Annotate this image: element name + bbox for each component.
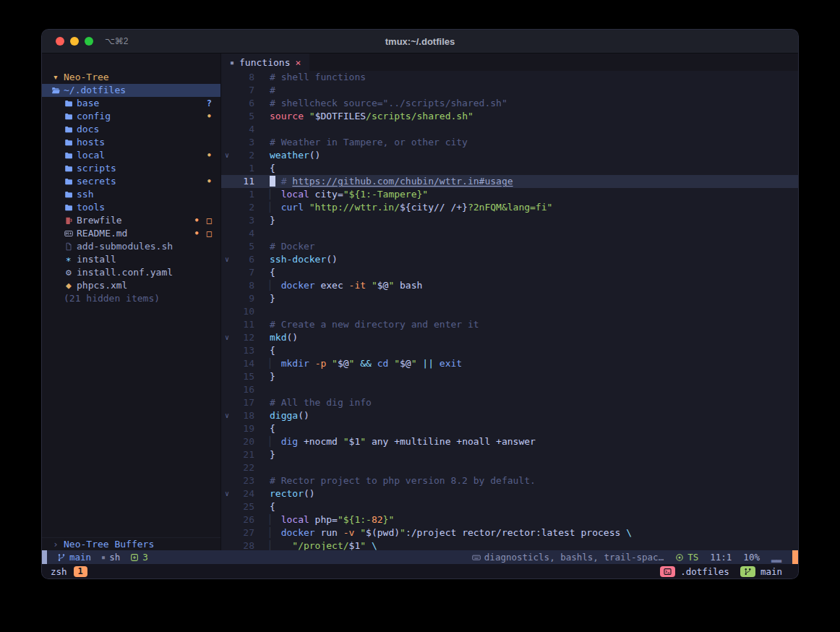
tree-item-local[interactable]: local• [42,149,220,162]
code-line[interactable]: 1▏ local city="${1:-Tampere}" [221,188,798,201]
code-line[interactable]: 26▏ local php="${1:-82}" [221,513,798,526]
tree-item-brewfile[interactable]: Brewfile•□ [42,214,220,227]
fold-column [221,526,233,539]
code-line[interactable]: 9} [221,292,798,305]
tree-item-label: secrets [77,175,116,188]
tree-item-readme-md[interactable]: README.md•□ [42,227,220,240]
fold-column [221,396,233,409]
fold-toggle-icon[interactable]: ∨ [221,409,233,422]
fold-column [221,279,233,292]
tree-item-21-hidden-items[interactable]: (21 hidden items) [42,292,220,305]
code-line[interactable]: 27▏ docker run -v "$(pwd)":/project rect… [221,526,798,539]
tree-item-dotfiles[interactable]: ~/.dotfiles [42,84,220,97]
tmux-git-branch: main [760,566,782,577]
fold-column [221,175,233,188]
tmux-window-badge[interactable]: 1 [74,566,87,577]
folder-icon [62,203,75,212]
tree-item-docs[interactable]: docs [42,123,220,136]
code-line[interactable]: 17# All the dig info [221,396,798,409]
code-line[interactable]: 7{ [221,266,798,279]
lsp-server-list: diagnosticls, bashls, trail-spac… [484,552,664,563]
code-token [275,358,281,369]
tree-item-install-conf-yaml[interactable]: ⚙install.conf.yaml [42,266,220,279]
code-line[interactable]: 14▏ mkdir -p "$@" && cd "$@" || exit [221,357,798,370]
code-line[interactable]: 19{ [221,422,798,435]
code-line[interactable]: 8# shell functions [221,71,798,84]
fold-toggle-icon[interactable]: ∨ [221,149,233,162]
tree-item-phpcs-xml[interactable]: ◆phpcs.xml [42,279,220,292]
chevron-right-icon: › [49,538,62,551]
code-token: bash [394,280,422,291]
code-line[interactable]: 25{ [221,500,798,513]
code-token: docker [281,280,315,291]
beer-icon [62,216,75,225]
statusline-diff-added: 3 [130,552,148,563]
code-line[interactable]: 5source "$DOTFILES/scripts/shared.sh" [221,110,798,123]
code-token: " [332,358,338,369]
code-token: run [315,527,343,538]
code-line[interactable]: ∨12mkd() [221,331,798,344]
line-number: 1 [233,188,254,201]
tree-item-tools[interactable]: tools [42,201,220,214]
code-line[interactable]: 1{ [221,162,798,175]
line-number: 28 [233,539,254,550]
neo-tree-header[interactable]: ▾ Neo-Tree [42,71,220,84]
code-line[interactable]: 28▏ "/project/$1" \ [221,539,798,550]
tree-item-config[interactable]: config• [42,110,220,123]
code-token: any +multiline +noall +answer [366,436,536,447]
line-number: 9 [233,292,254,305]
code-line[interactable]: 16 [221,383,798,396]
statusline-filetype: ▪ sh [101,552,120,563]
fold-column [221,110,233,123]
minimize-window-button[interactable] [70,37,79,46]
tree-item-base[interactable]: base? [42,97,220,110]
code-line[interactable]: 3} [221,214,798,227]
code-line[interactable]: 10 [221,305,798,318]
code-line[interactable]: ∨18digga() [221,409,798,422]
code-line[interactable]: 23# Rector project to php version 8.2 by… [221,474,798,487]
fold-toggle-icon[interactable]: ∨ [221,253,233,266]
code-line[interactable]: 22 [221,461,798,474]
code-line[interactable]: 21} [221,448,798,461]
folder-icon [62,125,75,134]
code-line[interactable]: 4 [221,227,798,240]
code-line[interactable]: 2▏ curl "http://wttr.in/${city// /+}?2nF… [221,201,798,214]
code-line[interactable]: 7# [221,84,798,97]
code-line[interactable]: 11# Create a new directory and enter it [221,318,798,331]
code-line[interactable]: 13{ [221,344,798,357]
tree-item-ssh[interactable]: ssh [42,188,220,201]
code-token: "${1:- [338,514,372,525]
code-token: # shell functions [270,72,366,82]
fold-toggle-icon[interactable]: ∨ [221,487,233,500]
code-line[interactable]: 20▏ dig +nocmd "$1" any +multiline +noal… [221,435,798,448]
tree-item-secrets[interactable]: secrets• [42,175,220,188]
code-line[interactable]: ∨6ssh-docker() [221,253,798,266]
code-token: -it [349,280,366,291]
terminal-icon [660,566,675,577]
tree-item-install[interactable]: ∗install [42,253,220,266]
tree-item-scripts[interactable]: scripts [42,162,220,175]
fold-toggle-icon[interactable]: ∨ [221,331,233,344]
code-line[interactable]: 11 # https://github.com/chubin/wttr.in#u… [221,175,798,188]
statusline-git-branch: main [57,552,91,563]
code-token: () [298,410,309,421]
code-line[interactable]: 5# Docker [221,240,798,253]
tree-item-add-submodules-sh[interactable]: add-submodules.sh [42,240,220,253]
code-line[interactable]: 15} [221,370,798,383]
code-line[interactable]: ∨24rector() [221,487,798,500]
tab-functions[interactable]: ▪ functions × [221,54,309,71]
close-window-button[interactable] [56,37,64,46]
code-line[interactable]: 6# shellcheck source="../scripts/shared.… [221,97,798,110]
circle-dot-icon [675,553,684,562]
code-line[interactable]: 4 [221,123,798,136]
code-line[interactable]: 8▏ docker exec -it "$@" bash [221,279,798,292]
keyboard-icon [472,553,481,562]
tab-close-icon[interactable]: × [295,57,301,68]
code-token: || [422,358,434,369]
tree-item-hosts[interactable]: hosts [42,136,220,149]
code-line[interactable]: ∨2weather() [221,149,798,162]
zoom-window-button[interactable] [85,37,93,46]
neo-tree-buffers-header[interactable]: › Neo-Tree Buffers [42,537,220,550]
code-token: { [270,423,275,434]
code-line[interactable]: 3# Weather in Tampere, or other city [221,136,798,149]
